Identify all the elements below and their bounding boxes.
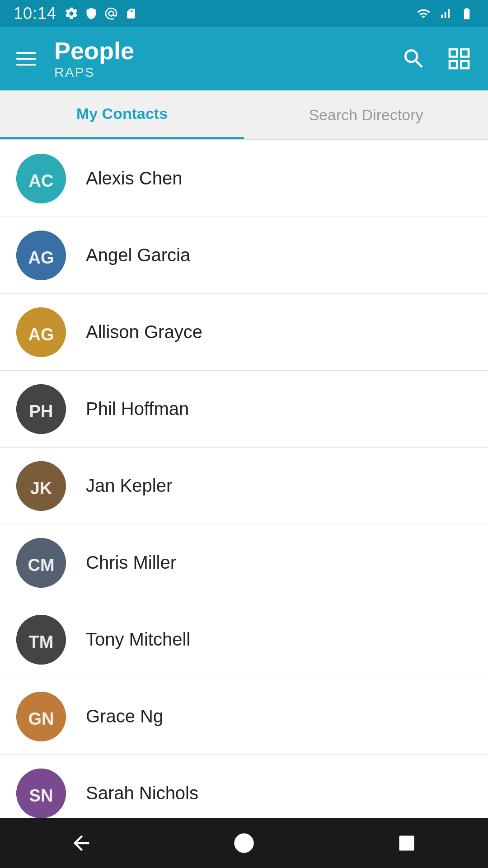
contact-list: AC Alexis Chen AG Angel Garcia AG A <box>0 140 488 818</box>
contact-item[interactable]: GN Grace Ng <box>0 678 488 755</box>
contact-item[interactable]: PH Phil Hoffman <box>0 371 488 448</box>
svg-text:AG: AG <box>28 325 54 344</box>
back-button[interactable] <box>63 825 99 861</box>
contact-name: Jan Kepler <box>86 476 172 496</box>
app-bar-right <box>401 46 472 71</box>
home-button[interactable] <box>226 825 262 861</box>
app-bar-left: People RAPS <box>16 38 134 80</box>
avatar: CM <box>16 538 66 588</box>
wifi-icon <box>416 6 431 21</box>
contact-item[interactable]: AG Angel Garcia <box>0 217 488 294</box>
menu-icon[interactable] <box>16 52 36 66</box>
svg-rect-0 <box>450 49 457 57</box>
contact-name: Allison Grayce <box>86 322 202 342</box>
avatar: AC <box>16 154 66 203</box>
at-icon <box>103 6 119 21</box>
avatar: PH <box>16 384 66 434</box>
svg-point-24 <box>234 833 253 853</box>
recent-button[interactable] <box>389 825 425 861</box>
avatar: JK <box>16 461 66 511</box>
svg-text:AG: AG <box>28 248 54 267</box>
grid-icon[interactable] <box>446 46 472 71</box>
app-title: People <box>54 38 134 64</box>
tab-my-contacts[interactable]: My Contacts <box>0 90 244 139</box>
svg-text:PH: PH <box>29 402 53 421</box>
app-title-group: People RAPS <box>54 38 134 80</box>
contact-item[interactable]: AG Allison Grayce <box>0 294 488 371</box>
gear-icon <box>64 6 79 21</box>
status-icons <box>64 6 139 21</box>
contact-name: Tony Mitchell <box>86 629 190 650</box>
contact-name: Sarah Nichols <box>86 783 198 803</box>
svg-rect-2 <box>450 61 457 68</box>
status-left: 10:14 <box>14 4 139 23</box>
status-time: 10:14 <box>14 4 56 23</box>
avatar: SN <box>16 769 66 818</box>
svg-text:CM: CM <box>28 556 54 575</box>
svg-text:GN: GN <box>28 709 54 728</box>
avatar: AG <box>16 231 66 280</box>
svg-rect-1 <box>461 49 469 57</box>
app-bar: People RAPS <box>0 27 488 90</box>
contact-name: Angel Garcia <box>86 245 190 265</box>
search-icon[interactable] <box>401 46 427 71</box>
shield-icon <box>84 6 99 21</box>
avatar: TM <box>16 615 66 665</box>
svg-rect-3 <box>461 61 469 68</box>
app-subtitle: RAPS <box>54 65 134 80</box>
status-bar: 10:14 <box>0 0 488 27</box>
svg-text:AC: AC <box>29 171 54 190</box>
contact-name: Chris Miller <box>86 552 176 573</box>
svg-text:JK: JK <box>30 479 52 498</box>
battery-icon <box>459 6 474 21</box>
contact-item[interactable]: TM Tony Mitchell <box>0 601 488 678</box>
contact-item[interactable]: JK Jan Kepler <box>0 448 488 524</box>
nav-bar <box>0 818 488 868</box>
contact-item[interactable]: CM Chris Miller <box>0 524 488 601</box>
contact-name: Phil Hoffman <box>86 399 189 419</box>
tabs: My Contacts Search Directory <box>0 90 488 140</box>
avatar: AG <box>16 307 66 357</box>
contact-item[interactable]: SN Sarah Nichols <box>0 755 488 818</box>
signal-icon <box>437 6 453 21</box>
status-right <box>416 6 474 21</box>
svg-rect-25 <box>399 836 414 851</box>
svg-text:SN: SN <box>29 786 53 805</box>
tab-search-directory[interactable]: Search Directory <box>244 90 488 139</box>
contact-item[interactable]: AC Alexis Chen <box>0 140 488 217</box>
contact-name: Grace Ng <box>86 706 163 726</box>
contact-name: Alexis Chen <box>86 168 182 189</box>
sd-card-icon <box>123 6 139 21</box>
svg-text:TM: TM <box>29 632 54 651</box>
avatar: GN <box>16 692 66 741</box>
